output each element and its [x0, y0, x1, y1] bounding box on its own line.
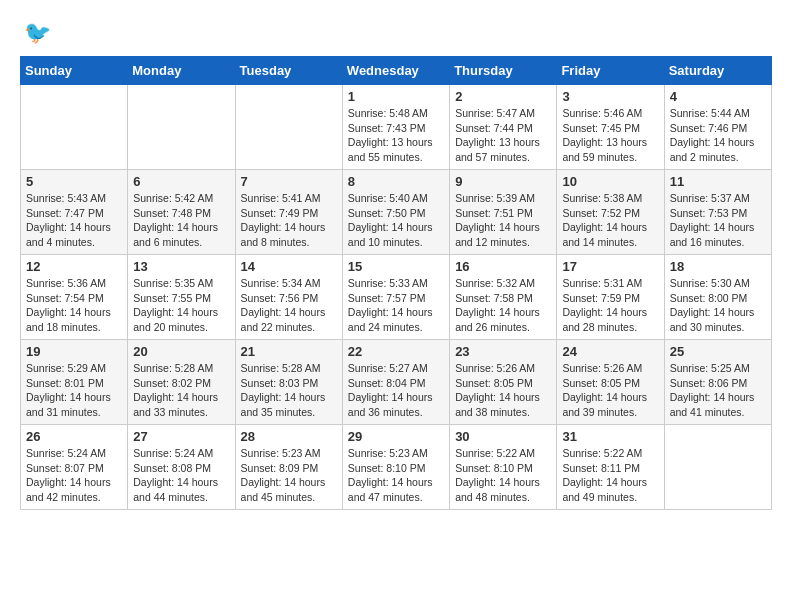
day-number: 12: [26, 259, 122, 274]
day-number: 10: [562, 174, 658, 189]
day-number: 21: [241, 344, 337, 359]
day-number: 24: [562, 344, 658, 359]
calendar-cell: 7Sunrise: 5:41 AMSunset: 7:49 PMDaylight…: [235, 170, 342, 255]
calendar-cell: [664, 425, 771, 510]
day-number: 2: [455, 89, 551, 104]
day-number: 30: [455, 429, 551, 444]
header-friday: Friday: [557, 57, 664, 85]
header-monday: Monday: [128, 57, 235, 85]
day-number: 7: [241, 174, 337, 189]
calendar-cell: 8Sunrise: 5:40 AMSunset: 7:50 PMDaylight…: [342, 170, 449, 255]
days-header-row: Sunday Monday Tuesday Wednesday Thursday…: [21, 57, 772, 85]
day-number: 9: [455, 174, 551, 189]
calendar-cell: 20Sunrise: 5:28 AMSunset: 8:02 PMDayligh…: [128, 340, 235, 425]
day-info: Sunrise: 5:31 AMSunset: 7:59 PMDaylight:…: [562, 276, 658, 335]
day-number: 5: [26, 174, 122, 189]
calendar-cell: 5Sunrise: 5:43 AMSunset: 7:47 PMDaylight…: [21, 170, 128, 255]
calendar-table: Sunday Monday Tuesday Wednesday Thursday…: [20, 56, 772, 510]
calendar-cell: [21, 85, 128, 170]
day-info: Sunrise: 5:46 AMSunset: 7:45 PMDaylight:…: [562, 106, 658, 165]
header-sunday: Sunday: [21, 57, 128, 85]
calendar-week-row: 26Sunrise: 5:24 AMSunset: 8:07 PMDayligh…: [21, 425, 772, 510]
calendar-week-row: 5Sunrise: 5:43 AMSunset: 7:47 PMDaylight…: [21, 170, 772, 255]
day-info: Sunrise: 5:32 AMSunset: 7:58 PMDaylight:…: [455, 276, 551, 335]
day-info: Sunrise: 5:40 AMSunset: 7:50 PMDaylight:…: [348, 191, 444, 250]
calendar-cell: 1Sunrise: 5:48 AMSunset: 7:43 PMDaylight…: [342, 85, 449, 170]
day-info: Sunrise: 5:35 AMSunset: 7:55 PMDaylight:…: [133, 276, 229, 335]
day-number: 17: [562, 259, 658, 274]
logo: 🐦: [20, 20, 51, 46]
day-number: 22: [348, 344, 444, 359]
calendar-cell: 15Sunrise: 5:33 AMSunset: 7:57 PMDayligh…: [342, 255, 449, 340]
day-number: 3: [562, 89, 658, 104]
calendar-cell: 14Sunrise: 5:34 AMSunset: 7:56 PMDayligh…: [235, 255, 342, 340]
calendar-cell: 31Sunrise: 5:22 AMSunset: 8:11 PMDayligh…: [557, 425, 664, 510]
day-info: Sunrise: 5:48 AMSunset: 7:43 PMDaylight:…: [348, 106, 444, 165]
calendar-cell: 17Sunrise: 5:31 AMSunset: 7:59 PMDayligh…: [557, 255, 664, 340]
day-info: Sunrise: 5:39 AMSunset: 7:51 PMDaylight:…: [455, 191, 551, 250]
calendar-cell: [128, 85, 235, 170]
day-number: 8: [348, 174, 444, 189]
calendar-cell: 2Sunrise: 5:47 AMSunset: 7:44 PMDaylight…: [450, 85, 557, 170]
day-info: Sunrise: 5:23 AMSunset: 8:10 PMDaylight:…: [348, 446, 444, 505]
day-info: Sunrise: 5:47 AMSunset: 7:44 PMDaylight:…: [455, 106, 551, 165]
calendar-cell: 29Sunrise: 5:23 AMSunset: 8:10 PMDayligh…: [342, 425, 449, 510]
day-number: 19: [26, 344, 122, 359]
day-info: Sunrise: 5:37 AMSunset: 7:53 PMDaylight:…: [670, 191, 766, 250]
header-saturday: Saturday: [664, 57, 771, 85]
day-info: Sunrise: 5:41 AMSunset: 7:49 PMDaylight:…: [241, 191, 337, 250]
calendar-cell: 26Sunrise: 5:24 AMSunset: 8:07 PMDayligh…: [21, 425, 128, 510]
calendar-cell: 21Sunrise: 5:28 AMSunset: 8:03 PMDayligh…: [235, 340, 342, 425]
calendar-cell: 3Sunrise: 5:46 AMSunset: 7:45 PMDaylight…: [557, 85, 664, 170]
calendar-cell: 12Sunrise: 5:36 AMSunset: 7:54 PMDayligh…: [21, 255, 128, 340]
day-number: 25: [670, 344, 766, 359]
calendar-cell: 24Sunrise: 5:26 AMSunset: 8:05 PMDayligh…: [557, 340, 664, 425]
calendar-cell: 28Sunrise: 5:23 AMSunset: 8:09 PMDayligh…: [235, 425, 342, 510]
day-info: Sunrise: 5:24 AMSunset: 8:07 PMDaylight:…: [26, 446, 122, 505]
day-info: Sunrise: 5:43 AMSunset: 7:47 PMDaylight:…: [26, 191, 122, 250]
calendar-cell: 30Sunrise: 5:22 AMSunset: 8:10 PMDayligh…: [450, 425, 557, 510]
calendar-cell: 23Sunrise: 5:26 AMSunset: 8:05 PMDayligh…: [450, 340, 557, 425]
calendar-week-row: 12Sunrise: 5:36 AMSunset: 7:54 PMDayligh…: [21, 255, 772, 340]
day-number: 28: [241, 429, 337, 444]
day-number: 23: [455, 344, 551, 359]
calendar-cell: 22Sunrise: 5:27 AMSunset: 8:04 PMDayligh…: [342, 340, 449, 425]
day-info: Sunrise: 5:22 AMSunset: 8:10 PMDaylight:…: [455, 446, 551, 505]
day-info: Sunrise: 5:24 AMSunset: 8:08 PMDaylight:…: [133, 446, 229, 505]
calendar-cell: 9Sunrise: 5:39 AMSunset: 7:51 PMDaylight…: [450, 170, 557, 255]
day-number: 1: [348, 89, 444, 104]
header-wednesday: Wednesday: [342, 57, 449, 85]
day-info: Sunrise: 5:26 AMSunset: 8:05 PMDaylight:…: [455, 361, 551, 420]
calendar-cell: 27Sunrise: 5:24 AMSunset: 8:08 PMDayligh…: [128, 425, 235, 510]
calendar-cell: 16Sunrise: 5:32 AMSunset: 7:58 PMDayligh…: [450, 255, 557, 340]
calendar-cell: 13Sunrise: 5:35 AMSunset: 7:55 PMDayligh…: [128, 255, 235, 340]
day-number: 29: [348, 429, 444, 444]
day-number: 4: [670, 89, 766, 104]
header-thursday: Thursday: [450, 57, 557, 85]
day-info: Sunrise: 5:27 AMSunset: 8:04 PMDaylight:…: [348, 361, 444, 420]
day-info: Sunrise: 5:38 AMSunset: 7:52 PMDaylight:…: [562, 191, 658, 250]
day-info: Sunrise: 5:28 AMSunset: 8:02 PMDaylight:…: [133, 361, 229, 420]
day-number: 31: [562, 429, 658, 444]
day-info: Sunrise: 5:22 AMSunset: 8:11 PMDaylight:…: [562, 446, 658, 505]
day-number: 13: [133, 259, 229, 274]
day-number: 20: [133, 344, 229, 359]
day-number: 11: [670, 174, 766, 189]
header-tuesday: Tuesday: [235, 57, 342, 85]
day-info: Sunrise: 5:29 AMSunset: 8:01 PMDaylight:…: [26, 361, 122, 420]
day-info: Sunrise: 5:30 AMSunset: 8:00 PMDaylight:…: [670, 276, 766, 335]
day-number: 26: [26, 429, 122, 444]
calendar-cell: 6Sunrise: 5:42 AMSunset: 7:48 PMDaylight…: [128, 170, 235, 255]
day-number: 16: [455, 259, 551, 274]
calendar-cell: 18Sunrise: 5:30 AMSunset: 8:00 PMDayligh…: [664, 255, 771, 340]
calendar-cell: 10Sunrise: 5:38 AMSunset: 7:52 PMDayligh…: [557, 170, 664, 255]
day-info: Sunrise: 5:44 AMSunset: 7:46 PMDaylight:…: [670, 106, 766, 165]
day-number: 14: [241, 259, 337, 274]
day-number: 6: [133, 174, 229, 189]
calendar-week-row: 1Sunrise: 5:48 AMSunset: 7:43 PMDaylight…: [21, 85, 772, 170]
day-info: Sunrise: 5:33 AMSunset: 7:57 PMDaylight:…: [348, 276, 444, 335]
calendar-cell: 19Sunrise: 5:29 AMSunset: 8:01 PMDayligh…: [21, 340, 128, 425]
day-info: Sunrise: 5:23 AMSunset: 8:09 PMDaylight:…: [241, 446, 337, 505]
day-info: Sunrise: 5:36 AMSunset: 7:54 PMDaylight:…: [26, 276, 122, 335]
day-info: Sunrise: 5:42 AMSunset: 7:48 PMDaylight:…: [133, 191, 229, 250]
